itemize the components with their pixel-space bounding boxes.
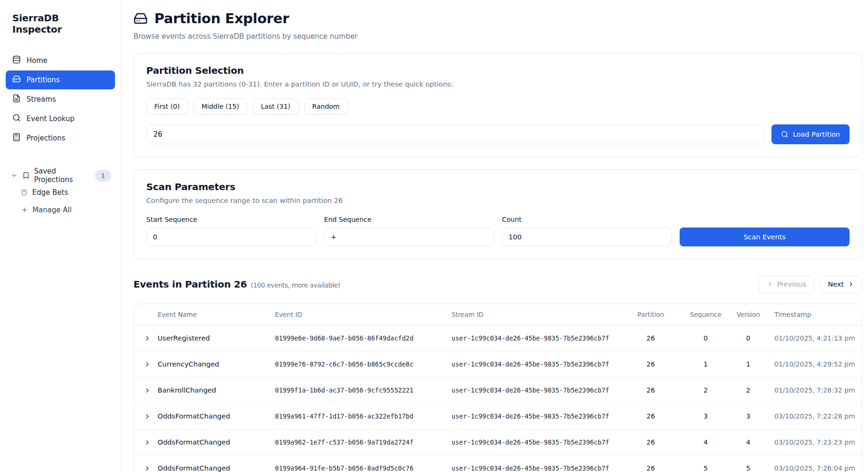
pagination: Previous Next: [759, 275, 862, 293]
end-sequence-input[interactable]: [324, 227, 494, 246]
database-icon: [12, 55, 21, 66]
quick-option-middle[interactable]: Middle (15): [194, 98, 247, 114]
scan-parameters-title: Scan Parameters: [146, 181, 850, 192]
sidebar-item-edge-bets[interactable]: Edge Bets: [6, 184, 115, 201]
quick-option-last[interactable]: Last (31): [253, 98, 298, 114]
version-cell: 3: [727, 412, 770, 420]
manage-all-button[interactable]: + Manage All: [6, 201, 115, 219]
sidebar-item-streams[interactable]: Streams: [6, 90, 115, 109]
sidebar: SierraDB Inspector Home Partitions Strea…: [0, 0, 121, 472]
partition-cell: 26: [617, 412, 684, 420]
page-subtitle: Browse events across SierraDB partitions…: [133, 32, 862, 41]
end-sequence-label: End Sequence: [324, 216, 494, 223]
events-section-title: Events in Partition 26(100 events, more …: [133, 279, 340, 290]
partition-selection-title: Partition Selection: [146, 65, 850, 76]
saved-projections-header[interactable]: Saved Projections 1: [6, 167, 115, 184]
sidebar-item-label: Event Lookup: [27, 114, 74, 123]
count-input[interactable]: [502, 227, 672, 246]
quick-option-random[interactable]: Random: [304, 98, 348, 114]
events-count: (100 events, more available): [251, 281, 340, 289]
sidebar-item-label: Partitions: [27, 76, 60, 84]
search-icon: [12, 114, 21, 124]
timestamp-cell: 01/10/2025, 4:29:52 pm: [770, 360, 862, 368]
partition-cell: 26: [617, 464, 684, 472]
table-row: UserRegistered 01999e6e-9d68-9ae7-b056-8…: [134, 325, 862, 351]
event-id-cell: 01999e6e-9d68-9ae7-b056-86f49dacfd2d: [275, 334, 452, 342]
count-label: Count: [502, 216, 672, 223]
col-timestamp: Timestamp: [770, 311, 862, 318]
sidebar-item-label: Home: [27, 56, 47, 65]
timestamp-cell: 01/10/2025, 4:21:13 pm: [770, 334, 862, 342]
hard-drive-icon: [12, 75, 21, 85]
app-title: SierraDB Inspector: [6, 12, 115, 35]
sequence-cell: 1: [684, 360, 727, 368]
expand-row-button[interactable]: [141, 332, 154, 345]
plus-icon: +: [21, 206, 27, 214]
event-id-cell: 01999f1a-1b6d-ac37-b056-9cfc95552221: [275, 386, 452, 394]
table-header-row: Event Name Event ID Stream ID Partition …: [134, 304, 862, 325]
event-id-cell: 0199a962-1e7f-c537-b056-9a719da2724f: [275, 438, 452, 446]
timestamp-cell: 03/10/2025, 7:23:23 pm: [770, 438, 862, 446]
timestamp-cell: 01/10/2025, 7:28:32 pm: [770, 386, 862, 394]
partition-selection-card: Partition Selection SierraDB has 32 part…: [133, 53, 862, 157]
partition-cell: 26: [617, 386, 684, 394]
sequence-cell: 2: [684, 386, 727, 394]
sequence-cell: 4: [684, 438, 727, 446]
previous-page-button[interactable]: Previous: [759, 275, 814, 293]
partition-cell: 26: [617, 334, 684, 342]
partition-selection-description: SierraDB has 32 partitions (0-31). Enter…: [146, 80, 850, 88]
chevron-right-icon: [848, 281, 854, 288]
event-name-cell: CurrencyChanged: [158, 360, 275, 368]
quick-option-first[interactable]: First (0): [146, 98, 188, 114]
expand-row-button[interactable]: [141, 384, 154, 397]
table-row: OddsFormatChanged 0199a962-1e7f-c537-b05…: [134, 429, 862, 455]
event-name-cell: OddsFormatChanged: [158, 438, 275, 446]
version-cell: 4: [727, 438, 770, 446]
hard-drive-icon: [133, 11, 148, 26]
main-content: Partition Explorer Browse events across …: [121, 0, 868, 472]
chevron-down-icon[interactable]: [10, 172, 18, 179]
saved-projections-count-badge: 1: [95, 170, 111, 182]
table-row: CurrencyChanged 01999e76-8792-c6c7-b056-…: [134, 351, 862, 377]
scan-events-button[interactable]: Scan Events: [680, 227, 850, 246]
event-name-cell: OddsFormatChanged: [158, 464, 275, 472]
event-id-cell: 0199a961-47f7-1d17-b056-ac322efb17bd: [275, 412, 452, 420]
partition-id-input[interactable]: [146, 124, 765, 144]
stream-id-cell: user-1c99c034-de26-45be-9835-7b5e2396cb7…: [452, 464, 617, 472]
col-sequence: Sequence: [684, 311, 727, 318]
version-cell: 0: [727, 334, 770, 342]
table-body: UserRegistered 01999e6e-9d68-9ae7-b056-8…: [134, 325, 862, 472]
col-partition: Partition: [617, 311, 684, 318]
expand-row-button[interactable]: [141, 436, 154, 449]
sidebar-item-event-lookup[interactable]: Event Lookup: [6, 109, 115, 128]
sidebar-item-partitions[interactable]: Partitions: [6, 70, 115, 89]
partition-cell: 26: [617, 360, 684, 368]
sidebar-item-projections[interactable]: Projections: [6, 129, 115, 148]
page-title: Partition Explorer: [133, 10, 862, 26]
expand-row-button[interactable]: [141, 410, 154, 423]
next-page-button[interactable]: Next: [820, 275, 862, 293]
event-name-cell: UserRegistered: [158, 334, 275, 342]
version-cell: 5: [727, 464, 770, 472]
sidebar-item-label: Projections: [27, 134, 65, 142]
expand-row-button[interactable]: [141, 462, 154, 472]
expand-row-button[interactable]: [141, 358, 154, 371]
stream-id-cell: user-1c99c034-de26-45be-9835-7b5e2396cb7…: [452, 438, 617, 446]
timestamp-cell: 03/10/2025, 7:26:04 pm: [770, 464, 862, 472]
start-sequence-input[interactable]: [146, 227, 316, 246]
calculator-icon: [12, 133, 21, 143]
sidebar-item-label: Streams: [27, 95, 56, 104]
end-sequence-field-group: End Sequence: [324, 216, 494, 246]
version-cell: 2: [727, 386, 770, 394]
event-name-cell: OddsFormatChanged: [158, 412, 275, 420]
col-version: Version: [727, 311, 770, 318]
load-partition-button[interactable]: Load Partition: [771, 124, 850, 144]
scan-parameters-description: Configure the sequence range to scan wit…: [146, 197, 850, 204]
sequence-cell: 5: [684, 464, 727, 472]
sidebar-item-home[interactable]: Home: [6, 51, 115, 70]
col-event-id: Event ID: [275, 311, 452, 318]
timestamp-cell: 03/10/2025, 7:22:28 pm: [770, 412, 862, 420]
file-text-icon: [12, 94, 21, 105]
events-table: Event Name Event ID Stream ID Partition …: [133, 304, 862, 472]
count-field-group: Count: [502, 216, 672, 246]
